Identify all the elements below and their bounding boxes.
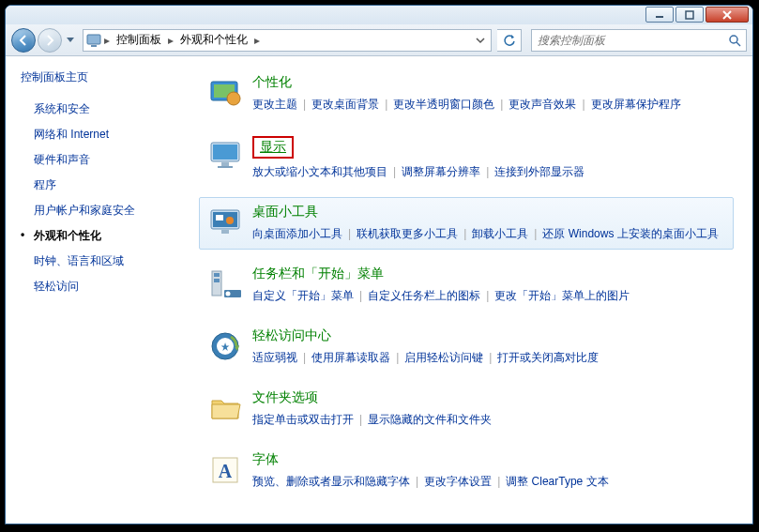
- category-link[interactable]: 还原 Windows 上安装的桌面小工具: [542, 227, 718, 240]
- category-link[interactable]: 向桌面添加小工具: [252, 227, 342, 240]
- category-link[interactable]: 更改声音效果: [509, 98, 576, 111]
- category-link[interactable]: 放大或缩小文本和其他项目: [252, 165, 387, 178]
- maximize-icon: [685, 10, 694, 20]
- category-title[interactable]: 任务栏和「开始」菜单: [252, 266, 384, 282]
- category: 个性化更改主题|更改桌面背景|更改半透明窗口颜色|更改声音效果|更改屏幕保护程序: [199, 68, 734, 120]
- svg-rect-17: [216, 215, 223, 220]
- category-link[interactable]: 连接到外部显示器: [494, 165, 584, 178]
- titlebar: [6, 6, 752, 24]
- category-title[interactable]: 显示: [252, 136, 294, 159]
- svg-rect-22: [214, 279, 220, 282]
- sidebar-item[interactable]: 轻松访问: [21, 274, 184, 299]
- back-button[interactable]: [11, 28, 36, 53]
- sidebar-item[interactable]: 程序: [21, 173, 184, 198]
- sidebar-item[interactable]: 时钟、语言和区域: [21, 249, 184, 274]
- breadcrumb-dropdown[interactable]: [472, 33, 489, 48]
- breadcrumb-item[interactable]: 控制面板: [112, 30, 166, 51]
- sidebar-item[interactable]: 用户帐户和家庭安全: [21, 198, 184, 223]
- category-link[interactable]: 适应弱视: [252, 351, 297, 364]
- svg-point-6: [730, 36, 737, 43]
- category-title[interactable]: 桌面小工具: [252, 204, 318, 220]
- nav-buttons: [11, 28, 77, 53]
- link-separator: |: [393, 165, 396, 178]
- category-title[interactable]: 文件夹选项: [252, 389, 318, 406]
- link-separator: |: [497, 475, 500, 488]
- link-separator: |: [359, 413, 362, 426]
- category-links: 向桌面添加小工具|联机获取更多小工具|卸载小工具|还原 Windows 上安装的…: [252, 224, 725, 243]
- back-arrow-icon: [17, 34, 30, 47]
- link-separator: |: [303, 98, 306, 111]
- category-link[interactable]: 更改半透明窗口颜色: [393, 98, 494, 111]
- category-link[interactable]: 自定义「开始」菜单: [252, 289, 354, 302]
- folder-icon: [207, 389, 245, 427]
- category-link[interactable]: 更改「开始」菜单上的图片: [494, 289, 630, 302]
- category-link[interactable]: 更改主题: [252, 98, 297, 111]
- history-dropdown[interactable]: [64, 31, 77, 50]
- category-link[interactable]: 调整屏幕分辨率: [402, 165, 480, 178]
- category-links: 自定义「开始」菜单|自定义任务栏上的图标|更改「开始」菜单上的图片: [252, 286, 725, 305]
- category: 任务栏和「开始」菜单自定义「开始」菜单|自定义任务栏上的图标|更改「开始」菜单上…: [199, 259, 734, 312]
- sidebar-item[interactable]: 系统和安全: [21, 97, 184, 122]
- breadcrumb-item[interactable]: 外观和个性化: [175, 30, 252, 51]
- category-title[interactable]: 个性化: [252, 74, 292, 91]
- category-link[interactable]: 更改屏幕保护程序: [591, 98, 681, 111]
- link-separator: |: [359, 289, 362, 302]
- category: 轻松访问中心适应弱视|使用屏幕读取器|启用轻松访问键|打开或关闭高对比度: [199, 321, 734, 373]
- category-body: 任务栏和「开始」菜单自定义「开始」菜单|自定义任务栏上的图标|更改「开始」菜单上…: [252, 266, 725, 305]
- search-input[interactable]: [532, 34, 723, 47]
- category-body: 个性化更改主题|更改桌面背景|更改半透明窗口颜色|更改声音效果|更改屏幕保护程序: [252, 74, 725, 114]
- minimize-icon: [655, 10, 664, 20]
- category-link[interactable]: 调整 ClearType 文本: [506, 475, 608, 488]
- svg-point-18: [226, 217, 234, 224]
- category-body: 文件夹选项指定单击或双击打开|显示隐藏的文件和文件夹: [252, 389, 725, 429]
- sidebar-item[interactable]: 硬件和声音: [21, 147, 184, 173]
- svg-rect-14: [218, 166, 233, 168]
- control-panel-icon: [85, 33, 102, 48]
- watermark-logo-icon: [579, 489, 626, 521]
- category-link[interactable]: 显示隐藏的文件和文件夹: [368, 413, 492, 426]
- close-button[interactable]: [706, 7, 749, 23]
- watermark: 系统之家: [579, 488, 740, 521]
- ease-icon: [207, 327, 245, 365]
- svg-rect-5: [91, 45, 97, 47]
- category-link[interactable]: 卸载小工具: [472, 227, 528, 240]
- link-separator: |: [500, 98, 503, 111]
- personalize-icon: [207, 74, 245, 112]
- search-icon[interactable]: [723, 34, 746, 47]
- refresh-icon: [503, 34, 516, 47]
- sidebar-home[interactable]: 控制面板主页: [21, 69, 184, 85]
- sidebar-item[interactable]: 网络和 Internet: [21, 122, 184, 147]
- window-frame: ▸ 控制面板 ▸ 外观和个性化 ▸ 控制面板主页 系统和安全网络和 Intern…: [5, 5, 753, 524]
- category-link[interactable]: 更改字体设置: [424, 475, 492, 488]
- search-box[interactable]: [531, 29, 747, 52]
- link-separator: |: [486, 165, 489, 178]
- category-link[interactable]: 联机获取更多小工具: [357, 227, 458, 240]
- minimize-button[interactable]: [645, 7, 674, 23]
- category-title[interactable]: 轻松访问中心: [252, 327, 331, 344]
- category-links: 指定单击或双击打开|显示隐藏的文件和文件夹: [252, 410, 725, 429]
- link-separator: |: [348, 227, 351, 240]
- link-separator: |: [534, 227, 537, 240]
- category-link[interactable]: 更改桌面背景: [311, 98, 379, 111]
- refresh-button[interactable]: [497, 29, 522, 52]
- sidebar-item[interactable]: 外观和个性化: [21, 223, 184, 249]
- fonts-icon: A: [207, 451, 245, 489]
- category-body: 显示放大或缩小文本和其他项目|调整屏幕分辨率|连接到外部显示器: [252, 136, 725, 181]
- category-body: 桌面小工具向桌面添加小工具|联机获取更多小工具|卸载小工具|还原 Windows…: [252, 204, 725, 243]
- category-link[interactable]: 使用屏幕读取器: [311, 351, 390, 364]
- category-links: 更改主题|更改桌面背景|更改半透明窗口颜色|更改声音效果|更改屏幕保护程序: [252, 95, 725, 114]
- category-link[interactable]: 自定义任务栏上的图标: [368, 289, 480, 302]
- chevron-down-icon: [67, 38, 74, 43]
- content-area: 个性化更改主题|更改桌面背景|更改半透明窗口颜色|更改声音效果|更改屏幕保护程序…: [193, 56, 752, 524]
- category-link[interactable]: 启用轻松访问键: [404, 351, 483, 364]
- category-link[interactable]: 打开或关闭高对比度: [497, 351, 599, 364]
- forward-button[interactable]: [38, 28, 62, 53]
- svg-rect-13: [221, 162, 229, 166]
- category-link[interactable]: 预览、删除或者显示和隐藏字体: [252, 475, 410, 488]
- category-link[interactable]: 指定单击或双击打开: [252, 413, 354, 426]
- breadcrumb-sep: ▸: [166, 34, 175, 47]
- breadcrumb[interactable]: ▸ 控制面板 ▸ 外观和个性化 ▸: [83, 29, 492, 52]
- maximize-button[interactable]: [676, 7, 704, 23]
- category-body: 字体预览、删除或者显示和隐藏字体|更改字体设置|调整 ClearType 文本: [252, 451, 725, 491]
- category-title[interactable]: 字体: [252, 451, 279, 468]
